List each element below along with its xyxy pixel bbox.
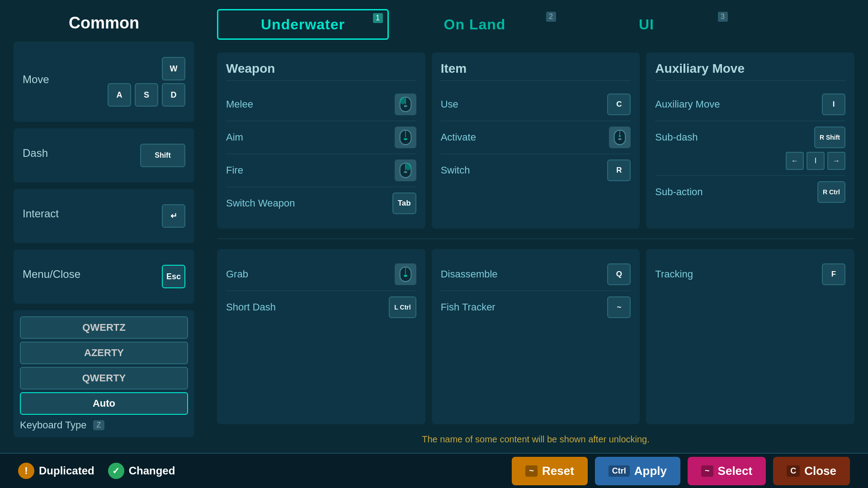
weapon-panel-title: Weapon bbox=[226, 61, 416, 81]
move-keys: W A S D bbox=[108, 57, 185, 107]
use-row: Use C bbox=[441, 88, 631, 121]
auxiliary-move-key[interactable]: I bbox=[822, 94, 845, 115]
tracking-label: Tracking bbox=[655, 268, 693, 280]
use-label: Use bbox=[441, 99, 458, 110]
keyboard-auto[interactable]: Auto bbox=[20, 392, 188, 415]
keyboard-type-badge: Z bbox=[93, 420, 105, 430]
key-a[interactable]: A bbox=[108, 83, 131, 107]
close-button[interactable]: C Close bbox=[773, 457, 850, 485]
auxiliary-panel: Auxiliary Move Auxiliary Move I Sub-dash… bbox=[646, 52, 854, 229]
divider bbox=[217, 239, 854, 239]
svg-rect-17 bbox=[404, 275, 407, 277]
keyboard-azerty[interactable]: AZERTY bbox=[20, 342, 188, 364]
auxiliary-move-label: Auxiliary Move bbox=[655, 99, 720, 110]
activate-row: Activate bbox=[441, 121, 631, 154]
key-shift[interactable]: Shift bbox=[140, 144, 185, 167]
melee-key[interactable] bbox=[395, 94, 416, 115]
tracking-key[interactable]: F bbox=[822, 263, 845, 285]
key-d[interactable]: D bbox=[162, 83, 185, 107]
key-w[interactable]: W bbox=[162, 57, 185, 80]
keyboard-type-label: Keyboard Type bbox=[20, 419, 87, 431]
disassemble-key[interactable]: Q bbox=[607, 263, 631, 285]
sub-dash-key[interactable]: R Shift bbox=[814, 127, 845, 148]
interact-row: Interact ↵ bbox=[23, 198, 185, 234]
right-content: Underwater 1 On Land 2 UI 3 Weapon bbox=[208, 5, 868, 453]
activate-key[interactable] bbox=[609, 127, 631, 148]
use-key[interactable]: C bbox=[607, 94, 631, 115]
select-key-badge: ~ bbox=[701, 465, 713, 477]
short-dash-row: Short Dash L Ctrl bbox=[226, 291, 416, 324]
keyboard-qwerty[interactable]: QWERTY bbox=[20, 367, 188, 389]
tab-onland-number: 2 bbox=[546, 12, 556, 22]
aim-key[interactable] bbox=[395, 127, 416, 148]
grab-panel: Grab Short Dash L Ctrl bbox=[217, 249, 425, 424]
bottom-buttons: ~ Reset Ctrl Apply ~ Select C Close bbox=[512, 457, 850, 485]
auxiliary-panel-title: Auxiliary Move bbox=[655, 61, 845, 81]
menu-label: Menu/Close bbox=[23, 268, 80, 281]
switch-weapon-label: Switch Weapon bbox=[226, 197, 295, 209]
apply-button[interactable]: Ctrl Apply bbox=[595, 457, 680, 485]
key-enter[interactable]: ↵ bbox=[162, 204, 185, 228]
sub-action-row: Sub-action R Ctrl bbox=[655, 176, 845, 208]
sub-action-label: Sub-action bbox=[655, 186, 703, 198]
fire-key[interactable] bbox=[395, 160, 416, 181]
tab-ui[interactable]: UI 3 bbox=[561, 9, 732, 40]
move-label: Move bbox=[23, 73, 49, 86]
svg-rect-3 bbox=[404, 105, 407, 107]
svg-rect-6 bbox=[404, 138, 407, 140]
arrow-i[interactable]: I bbox=[807, 152, 825, 170]
sidebar: Common Move W A S D bbox=[0, 5, 208, 453]
select-button[interactable]: ~ Select bbox=[688, 457, 766, 485]
apply-key-badge: Ctrl bbox=[609, 465, 630, 477]
weapon-panel: Weapon Melee Aim bbox=[217, 52, 425, 229]
fish-tracker-key[interactable]: ~ bbox=[607, 296, 631, 318]
arrow-left[interactable]: ← bbox=[786, 152, 804, 170]
changed-icon: ✓ bbox=[108, 463, 124, 479]
keyboard-qwertz[interactable]: QWERTZ bbox=[20, 316, 188, 339]
interact-label: Interact bbox=[23, 207, 59, 220]
interact-section: Interact ↵ bbox=[14, 189, 194, 243]
duplicated-label: Duplicated bbox=[39, 465, 94, 477]
move-key-row-1: W bbox=[162, 57, 185, 80]
sub-action-key[interactable]: R Ctrl bbox=[817, 181, 845, 203]
keyboard-options: QWERTZ AZERTY QWERTY Auto bbox=[20, 316, 188, 415]
item-panel: Item Use C Activate bbox=[432, 52, 640, 229]
info-bar: The name of some content will be shown a… bbox=[217, 431, 854, 448]
svg-rect-2 bbox=[400, 97, 405, 104]
item-panel-title: Item bbox=[441, 61, 631, 81]
auxiliary-move-row: Auxiliary Move I bbox=[655, 88, 845, 121]
svg-rect-13 bbox=[618, 138, 622, 140]
dash-section: Dash Shift bbox=[14, 128, 194, 183]
disassemble-panel: Disassemble Q Fish Tracker ~ bbox=[432, 249, 640, 424]
tab-onland[interactable]: On Land 2 bbox=[389, 9, 561, 40]
keybind-panels-row2: Grab Short Dash L Ctrl bbox=[217, 249, 854, 424]
sub-dash-inner: Sub-dash R Shift bbox=[655, 127, 845, 148]
grab-key[interactable] bbox=[395, 263, 416, 285]
menu-section: Menu/Close Esc bbox=[14, 249, 194, 304]
keybind-panels-row1: Weapon Melee Aim bbox=[217, 52, 854, 229]
reset-button[interactable]: ~ Reset bbox=[512, 457, 587, 485]
key-s[interactable]: S bbox=[135, 83, 158, 107]
tab-ui-number: 3 bbox=[718, 12, 728, 22]
short-dash-key[interactable]: L Ctrl bbox=[389, 296, 416, 318]
reset-key-badge: ~ bbox=[525, 465, 538, 477]
arrow-right[interactable]: → bbox=[827, 152, 845, 170]
content-area: Common Move W A S D bbox=[0, 0, 868, 453]
sidebar-title: Common bbox=[14, 14, 194, 33]
sub-dash-row: Sub-dash R Shift ← I → bbox=[655, 121, 845, 176]
changed-label: Changed bbox=[129, 465, 175, 477]
tab-underwater[interactable]: Underwater 1 bbox=[217, 9, 389, 40]
reset-label: Reset bbox=[542, 464, 574, 478]
keyboard-section: QWERTZ AZERTY QWERTY Auto Keyboard Type … bbox=[14, 310, 194, 437]
menu-row: Menu/Close Esc bbox=[23, 258, 185, 295]
aim-row: Aim bbox=[226, 121, 416, 154]
dash-row: Dash Shift bbox=[23, 137, 185, 174]
key-esc[interactable]: Esc bbox=[162, 265, 185, 288]
fish-tracker-row: Fish Tracker ~ bbox=[441, 291, 631, 324]
move-row: Move W A S D bbox=[23, 51, 185, 113]
tab-ui-label: UI bbox=[639, 16, 654, 33]
fire-row: Fire bbox=[226, 154, 416, 187]
switch-key[interactable]: R bbox=[607, 160, 631, 181]
switch-weapon-key[interactable]: Tab bbox=[392, 192, 416, 214]
status-changed: ✓ Changed bbox=[108, 463, 175, 479]
